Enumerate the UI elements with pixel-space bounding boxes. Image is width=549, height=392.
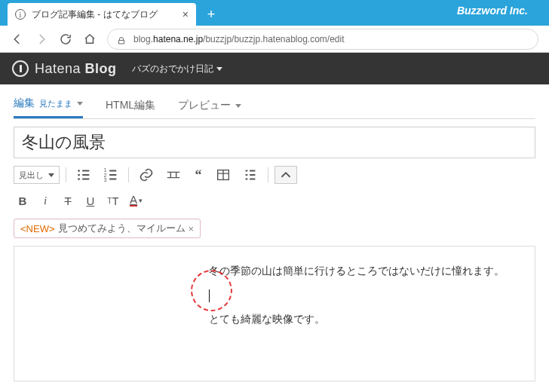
list-ul-icon [75,167,92,183]
collapse-toolbar-button[interactable] [274,166,297,184]
tab-title: ブログ記事編集 - はてなブログ [32,8,176,21]
tab-preview-label: プレビュー [178,99,231,112]
svg-point-0 [78,170,80,172]
nav-reload-button[interactable] [59,32,72,46]
chevron-down-icon[interactable] [77,102,83,106]
italic-icon: i [44,194,47,207]
svg-point-2 [78,178,80,180]
toolbar-divider [268,167,268,182]
list-ol-icon: 123 [103,167,119,183]
tab-edit-label: 編集 [14,96,35,110]
browser-tab[interactable]: i ブログ記事編集 - はてなブログ × [8,3,196,26]
plus-icon: + [207,7,216,23]
arrow-right-icon [35,32,48,46]
underline-icon: U [87,194,95,207]
readmore-button[interactable] [162,166,185,184]
tab-edit[interactable]: 編集 見たまま [14,96,83,118]
toolbar-divider [128,167,129,182]
readmore-icon [165,167,182,183]
url-path: /buzzjp/buzzjp.hatenablog.com/edit [203,34,344,44]
chevron-up-icon [278,167,294,183]
toc-button[interactable] [239,166,262,184]
link-icon [138,167,155,183]
chevron-down-icon: ▾ [139,197,143,204]
table-button[interactable] [212,166,235,184]
address-bar[interactable]: blog.hatena.ne.jp/buzzjp/buzzjp.hatenabl… [107,29,538,50]
strike-icon: T [64,194,71,207]
heading-select-label: 見出し [19,170,44,181]
browser-titlebar: i ブログ記事編集 - はてなブログ × + Buzzword Inc. [0,0,549,26]
editor-paragraph: 冬の季節の山は簡単に行けるところではないだけに憧れます。 [209,259,518,283]
quote-icon: “ [195,167,202,183]
lock-icon [117,35,126,44]
hatena-logo-icon [12,60,29,77]
new-tab-button[interactable]: + [201,4,222,25]
blockquote-button[interactable]: “ [189,166,207,184]
brand-label: Buzzword Inc. [457,5,528,17]
tab-html-edit[interactable]: HTML編集 [106,99,155,118]
font-size-button[interactable]: TT [104,191,122,210]
topic-chip-new-badge: <NEW> [20,223,55,234]
chevron-down-icon [216,67,222,71]
post-body-editor[interactable]: 冬の季節の山は簡単に行けるところではないだけに憧れます。 とても綺麗な映像です。 [14,246,535,381]
tab-info-icon: i [15,9,26,20]
chevron-down-icon [48,173,54,177]
hatena-header: Hatena Blog バズのおでかけ日記 [0,53,549,84]
tab-edit-sublabel: 見たまま [39,98,72,109]
unordered-list-button[interactable] [72,166,95,184]
svg-point-1 [78,174,80,176]
strike-button[interactable]: T [59,191,77,210]
topic-chip-text: 見つめてみよう、マイルーム [58,222,186,235]
hatena-logo-text: Hatena Blog [35,61,117,77]
toolbar-row-2: B i T U TT A▾ [14,191,535,210]
underline-button[interactable]: U [81,191,100,210]
font-size-icon-large: T [112,194,118,207]
browser-tabstrip: i ブログ記事編集 - はてなブログ × + [0,0,222,26]
url-pre: blog. [133,34,153,44]
editor-page: 編集 見たまま HTML編集 プレビュー 見出し 123 “ B i T [0,84,549,381]
font-color-button[interactable]: A▾ [127,191,146,210]
toolbar-row-1: 見出し 123 “ [14,166,535,184]
nav-back-button[interactable] [11,32,24,46]
tab-preview[interactable]: プレビュー [178,99,241,118]
toolbar-divider [66,167,66,182]
chevron-down-icon[interactable] [235,104,241,108]
heading-select[interactable]: 見出し [14,166,60,184]
url-host: hatena.ne.jp [153,34,203,44]
table-icon [215,167,232,183]
editor-paragraph: とても綺麗な映像です。 [209,307,518,331]
editor-mode-tabs: 編集 見たまま HTML編集 プレビュー [14,92,535,119]
blog-selector[interactable]: バズのおでかけ日記 [132,63,222,75]
bold-button[interactable]: B [14,191,32,210]
italic-button[interactable]: i [36,191,54,210]
toc-icon [242,167,259,183]
blog-name: バズのおでかけ日記 [132,63,213,75]
topic-chip-remove-icon[interactable]: × [189,223,195,234]
hatena-logo[interactable]: Hatena Blog [12,60,117,77]
editor-caret-line [209,283,518,307]
address-url: blog.hatena.ne.jp/buzzjp/buzzjp.hatenabl… [133,34,345,44]
arrow-left-icon [11,32,24,46]
ordered-list-button[interactable]: 123 [100,166,122,184]
tab-close-icon[interactable]: × [182,8,189,20]
text-cursor [209,289,210,302]
post-title-input[interactable] [14,127,535,158]
nav-forward-button[interactable] [35,32,48,46]
home-icon [83,32,97,46]
font-color-icon: A [130,195,137,207]
topic-chip[interactable]: <NEW> 見つめてみよう、マイルーム × [14,219,201,238]
bold-icon: B [19,194,27,207]
link-button[interactable] [135,166,158,184]
tab-html-label: HTML編集 [106,99,155,112]
reload-icon [59,32,72,46]
browser-toolbar: blog.hatena.ne.jp/buzzjp/buzzjp.hatenabl… [0,26,549,53]
svg-text:3: 3 [104,177,107,182]
nav-home-button[interactable] [83,32,97,46]
